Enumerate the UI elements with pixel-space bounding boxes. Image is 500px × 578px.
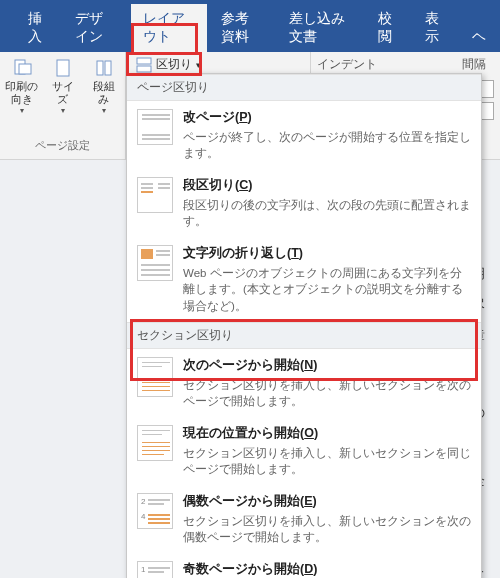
section-head-page-breaks: ページ区切り (127, 74, 481, 101)
indent-heading: インデント (317, 56, 377, 73)
tab-layout[interactable]: レイアウト (131, 4, 207, 52)
spacing-heading: 間隔 (462, 56, 486, 73)
caret-down-icon: ▾ (102, 106, 106, 115)
item-title: 段区切り(C) (183, 177, 471, 194)
tab-review[interactable]: 校閲 (366, 4, 411, 52)
columns-button[interactable]: 段組み ▾ (84, 56, 123, 117)
tab-insert[interactable]: 挿入 (16, 4, 61, 52)
tab-mailings[interactable]: 差し込み文書 (277, 4, 364, 52)
svg-rect-1 (19, 64, 31, 74)
breaks-icon (136, 57, 152, 73)
svg-rect-5 (137, 58, 151, 64)
breaks-button[interactable]: 区切り ▾ (130, 54, 302, 75)
tab-help[interactable]: ヘ (460, 22, 498, 52)
item-text-wrap[interactable]: 文字列の折り返し(T) Web ページのオブジェクトの周囲にある文字列を分離しま… (127, 237, 481, 321)
orientation-icon (12, 58, 32, 78)
columns-icon (94, 58, 114, 78)
group-page-setup: 印刷の 向き ▾ サイズ ▾ 段組み ▾ ページ設定 (0, 52, 126, 159)
caret-down-icon: ▾ (20, 106, 24, 115)
ribbon-tabs: 挿入 デザイン レイアウト 参考資料 差し込み文書 校閲 表示 ヘ (0, 0, 500, 52)
orientation-button[interactable]: 印刷の 向き ▾ (2, 56, 41, 117)
section-head-section-breaks: セクション区切り (127, 322, 481, 349)
item-column-break[interactable]: 段区切り(C) 段区切りの後の文字列は、次の段の先頭に配置されます。 (127, 169, 481, 237)
svg-rect-3 (97, 61, 103, 75)
continuous-icon (137, 425, 173, 461)
tab-view[interactable]: 表示 (413, 4, 458, 52)
item-desc: セクション区切りを挿入し、新しいセクションを同じページで開始します。 (183, 445, 471, 477)
item-desc: Web ページのオブジェクトの周囲にある文字列を分離します。(本文とオブジェクト… (183, 265, 471, 313)
next-page-icon (137, 357, 173, 397)
item-desc: セクション区切りを挿入し、新しいセクションを次のページで開始します。 (183, 377, 471, 409)
svg-rect-4 (105, 61, 111, 75)
tab-references[interactable]: 参考資料 (209, 4, 275, 52)
size-button[interactable]: サイズ ▾ (43, 56, 82, 117)
item-title: 奇数ページから開始(D) (183, 561, 471, 578)
item-title: 改ページ(P) (183, 109, 471, 126)
item-desc: セクション区切りを挿入し、新しいセクションを次の偶数ページで開始します。 (183, 513, 471, 545)
item-title: 偶数ページから開始(E) (183, 493, 471, 510)
item-odd-page[interactable]: 1 3 奇数ページから開始(D) セクション区切りを挿入し、新しいセクションを次… (127, 553, 481, 578)
item-continuous[interactable]: 現在の位置から開始(O) セクション区切りを挿入し、新しいセクションを同じページ… (127, 417, 481, 485)
item-title: 文字列の折り返し(T) (183, 245, 471, 262)
svg-rect-2 (57, 60, 69, 76)
breaks-dropdown: ページ区切り 改ページ(P) ページが終了し、次のページが開始する位置を指定しま… (126, 73, 482, 578)
item-desc: ページが終了し、次のページが開始する位置を指定します。 (183, 129, 471, 161)
svg-rect-6 (137, 66, 151, 72)
item-title: 次のページから開始(N) (183, 357, 471, 374)
item-next-page[interactable]: 次のページから開始(N) セクション区切りを挿入し、新しいセクションを次のページ… (127, 349, 481, 417)
tab-design[interactable]: デザイン (63, 4, 129, 52)
item-desc: 段区切りの後の文字列は、次の段の先頭に配置されます。 (183, 197, 471, 229)
page-break-icon (137, 109, 173, 145)
text-wrap-icon (137, 245, 173, 281)
caret-down-icon: ▾ (196, 60, 201, 70)
group-label-page-setup: ページ設定 (35, 138, 90, 157)
item-title: 現在の位置から開始(O) (183, 425, 471, 442)
item-page-break[interactable]: 改ページ(P) ページが終了し、次のページが開始する位置を指定します。 (127, 101, 481, 169)
item-even-page[interactable]: 2 4 偶数ページから開始(E) セクション区切りを挿入し、新しいセクションを次… (127, 485, 481, 553)
size-icon (53, 58, 73, 78)
odd-page-icon: 1 3 (137, 561, 173, 578)
caret-down-icon: ▾ (61, 106, 65, 115)
column-break-icon (137, 177, 173, 213)
even-page-icon: 2 4 (137, 493, 173, 529)
